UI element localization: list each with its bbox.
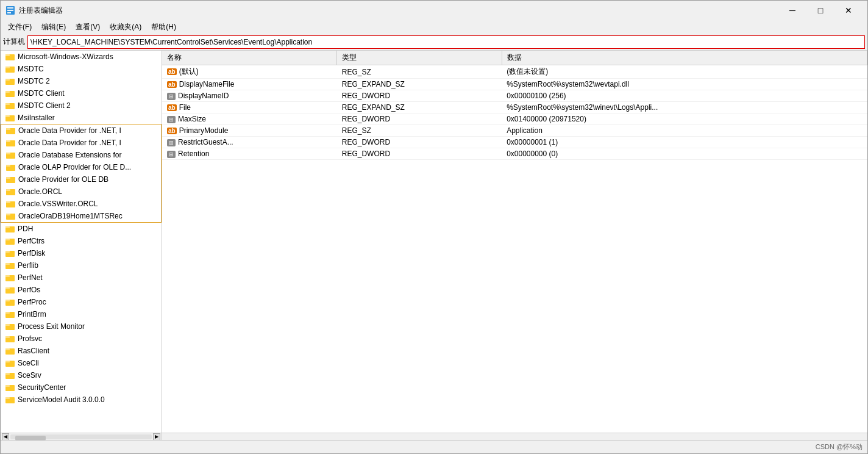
svg-rect-43 [5,287,10,289]
reg-name: ⊞DisplayNameID [162,90,337,102]
menu-help[interactable]: 帮助(H) [146,21,181,34]
menu-edit[interactable]: 编辑(E) [37,21,71,34]
column-header-data[interactable]: 数据 [502,51,867,65]
tree-item[interactable]: PerfCtrs [1,235,162,247]
svg-rect-5 [5,54,10,56]
app-icon [5,5,15,15]
tree-item[interactable]: SceCli [1,357,162,369]
table-row[interactable]: ⊞DisplayNameID REG_DWORD 0x00000100 (256… [162,90,867,102]
tree-item[interactable]: Microsoft-Windows-XWizards [1,51,162,63]
column-header-type[interactable]: 类型 [337,51,502,65]
menu-view[interactable]: 查看(V) [71,21,105,34]
tree-item[interactable]: Oracle.VSSWriter.ORCL [1,198,161,210]
scroll-left-arrow[interactable]: ◀ [2,433,9,441]
tree-item[interactable]: RasClient [1,345,162,357]
tree-item[interactable]: Oracle Data Provider for .NET, I [1,124,161,137]
scroll-right-arrow[interactable]: ▶ [153,433,160,441]
svg-rect-31 [6,214,10,215]
tree-item[interactable]: PerfOs [1,284,162,296]
tree-item[interactable]: MSDTC Client [1,87,162,99]
tree-item[interactable]: PrintBrm [1,308,162,320]
folder-icon [5,249,15,258]
reg-type: REG_SZ [337,65,502,79]
address-input[interactable] [27,35,865,49]
table-row[interactable]: ⊞MaxSize REG_DWORD 0x01400000 (20971520) [162,114,867,125]
registry-table: 名称 类型 数据 ab(默认) REG_SZ (数值未设置) [162,51,867,160]
reg-data: 0x00000001 (1) [502,137,867,148]
title-bar: 注册表编辑器 ─ □ ✕ [1,1,867,20]
svg-rect-7 [5,67,10,68]
table-row[interactable]: abFile REG_EXPAND_SZ %SystemRoot%\system… [162,102,867,114]
close-button[interactable]: ✕ [834,1,863,20]
folder-icon [5,225,15,233]
tree-item[interactable]: SceSrv [1,369,162,381]
table-row[interactable]: abPrimaryModule REG_SZ Application [162,125,867,137]
svg-rect-29 [6,201,10,203]
svg-rect-11 [5,91,10,93]
table-row[interactable]: ab(默认) REG_SZ (数值未设置) [162,65,867,79]
reg-type-icon: ab [167,68,177,75]
svg-rect-35 [5,239,10,240]
folder-icon [5,371,15,380]
tree-item[interactable]: PerfNet [1,272,162,284]
reg-data: (数值未设置) [502,65,867,79]
tree-item[interactable]: Oracle.ORCL [1,186,161,198]
folder-icon [5,101,15,110]
minimize-button[interactable]: ─ [778,1,806,20]
left-scroll[interactable]: ◀ ▶ [1,433,162,440]
main-content: Microsoft-Windows-XWizards MSDTC MSDTC 2… [1,51,867,433]
folder-icon [6,163,16,171]
tree-item[interactable]: PerfDisk [1,247,162,259]
tree-item[interactable]: Perflib [1,259,162,272]
tree-item[interactable]: Oracle OLAP Provider for OLE D... [1,161,161,173]
tree-item[interactable]: PerfProc [1,296,162,308]
folder-icon [5,359,15,367]
folder-icon [5,347,15,355]
reg-type: REG_DWORD [337,137,502,148]
tree-item[interactable]: Profsvc [1,333,162,345]
folder-icon [5,298,15,306]
reg-type-icon: ⊞ [167,93,176,100]
tree-item[interactable]: OracleOraDB19Home1MTSRec [1,210,161,222]
right-scroll[interactable] [162,433,867,440]
maximize-button[interactable]: □ [806,1,834,20]
menu-favorites[interactable]: 收藏夹(A) [105,21,146,34]
table-row[interactable]: ⊞Retention REG_DWORD 0x00000000 (0) [162,148,867,160]
table-row[interactable]: abDisplayNameFile REG_EXPAND_SZ %SystemR… [162,79,867,90]
svg-rect-33 [5,226,10,228]
reg-name: ⊞MaxSize [162,114,337,125]
folder-icon [5,334,15,343]
tree-item-process-exit-monitor[interactable]: Process Exit Monitor [1,320,162,333]
svg-rect-25 [6,177,10,179]
tree-item[interactable]: MsiInstaller [1,112,162,124]
svg-rect-57 [5,373,10,375]
folder-icon [5,273,15,282]
registry-tree[interactable]: Microsoft-Windows-XWizards MSDTC MSDTC 2… [1,51,162,433]
tree-item[interactable]: ServiceModel Audit 3.0.0.0 [1,394,162,406]
tree-item[interactable]: MSDTC 2 [1,75,162,87]
tree-item[interactable]: PDH [1,223,162,235]
tree-item[interactable]: Oracle Provider for OLE DB [1,173,161,186]
tree-item[interactable]: Oracle Data Provider for .NET, I [1,137,161,149]
folder-icon [6,187,16,196]
svg-rect-17 [6,128,10,130]
tree-item[interactable]: MSDTC [1,63,162,75]
window-controls: ─ □ ✕ [778,1,863,20]
horizontal-scrollbar: ◀ ▶ [1,433,867,440]
folder-icon [5,77,15,85]
reg-name: ⊞Retention [162,148,337,160]
reg-name: ab(默认) [162,65,337,79]
scroll-thumb[interactable] [15,436,46,441]
menu-file[interactable]: 文件(F) [3,21,37,34]
folder-icon [5,395,15,404]
tree-item[interactable]: MSDTC Client 2 [1,99,162,112]
svg-rect-45 [5,300,10,301]
column-header-name[interactable]: 名称 [162,51,337,65]
folder-icon [5,89,15,98]
tree-item-oracle-db-ext[interactable]: Oracle Database Extensions for [1,149,161,161]
svg-rect-41 [5,275,10,277]
svg-rect-39 [5,263,10,265]
tree-item[interactable]: SecurityCenter [1,381,162,394]
table-row[interactable]: ⊞RestrictGuestA... REG_DWORD 0x00000001 … [162,137,867,148]
svg-rect-15 [5,115,10,117]
